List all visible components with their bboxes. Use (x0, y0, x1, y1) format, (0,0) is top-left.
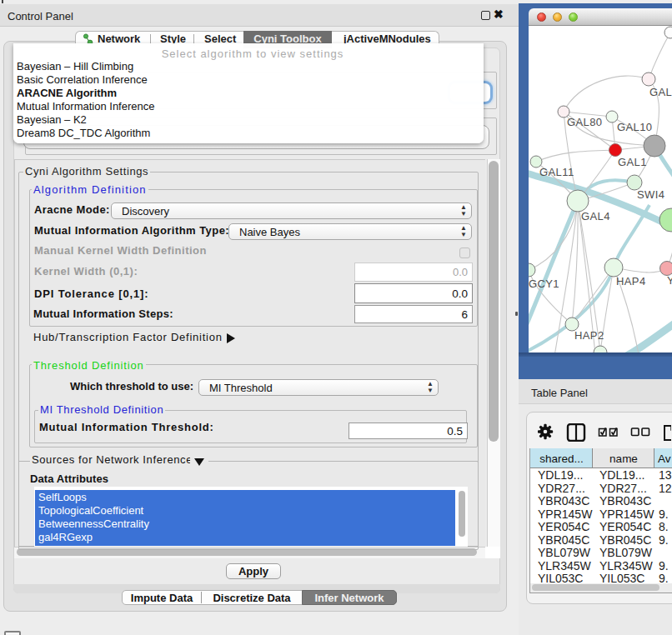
svg-text:HAP2: HAP2 (574, 329, 604, 342)
svg-text:GAL4: GAL4 (581, 210, 610, 222)
svg-text:GAL11: GAL11 (539, 166, 574, 178)
svg-text:HAP4: HAP4 (616, 275, 646, 288)
svg-text:GAL: GAL (649, 86, 672, 98)
svg-text:GAL80: GAL80 (567, 116, 602, 128)
svg-text:GAL1: GAL1 (618, 156, 647, 168)
svg-text:SWI4: SWI4 (637, 188, 664, 201)
svg-text:GAL10: GAL10 (617, 121, 652, 133)
svg-text:GCY1: GCY1 (529, 278, 559, 290)
svg-text:Y: Y (667, 274, 672, 287)
